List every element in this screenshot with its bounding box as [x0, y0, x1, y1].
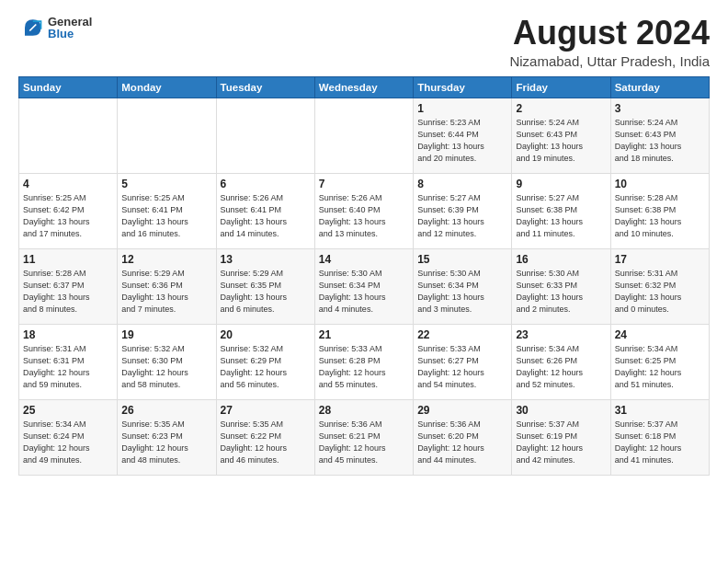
- day-info: Sunrise: 5:36 AM Sunset: 6:20 PM Dayligh…: [417, 419, 507, 466]
- day-cell: 13Sunrise: 5:29 AM Sunset: 6:35 PM Dayli…: [216, 248, 314, 324]
- day-cell: 19Sunrise: 5:32 AM Sunset: 6:30 PM Dayli…: [118, 324, 216, 399]
- day-number: 8: [417, 178, 507, 190]
- day-number: 6: [221, 178, 311, 190]
- logo-text: General Blue: [48, 16, 92, 40]
- day-info: Sunrise: 5:26 AM Sunset: 6:40 PM Dayligh…: [319, 192, 409, 240]
- day-info: Sunrise: 5:32 AM Sunset: 6:30 PM Dayligh…: [121, 343, 211, 391]
- day-number: 4: [23, 178, 113, 190]
- day-cell: [118, 98, 216, 173]
- subtitle: Nizamabad, Uttar Pradesh, India: [509, 53, 710, 69]
- day-info: Sunrise: 5:33 AM Sunset: 6:28 PM Dayligh…: [319, 343, 409, 391]
- day-number: 24: [615, 328, 705, 341]
- day-number: 1: [417, 102, 507, 115]
- day-info: Sunrise: 5:24 AM Sunset: 6:43 PM Dayligh…: [615, 117, 705, 165]
- day-cell: 24Sunrise: 5:34 AM Sunset: 6:25 PM Dayli…: [610, 324, 709, 399]
- day-info: Sunrise: 5:32 AM Sunset: 6:29 PM Dayligh…: [221, 343, 311, 391]
- day-number: 11: [23, 253, 113, 266]
- day-cell: 31Sunrise: 5:37 AM Sunset: 6:18 PM Dayli…: [610, 399, 709, 475]
- day-number: 18: [23, 328, 113, 341]
- day-cell: 16Sunrise: 5:30 AM Sunset: 6:33 PM Dayli…: [512, 248, 610, 324]
- day-number: 27: [221, 404, 311, 417]
- day-info: Sunrise: 5:37 AM Sunset: 6:19 PM Dayligh…: [516, 419, 606, 466]
- day-number: 29: [417, 404, 507, 417]
- day-info: Sunrise: 5:30 AM Sunset: 6:34 PM Dayligh…: [417, 268, 507, 316]
- day-cell: 27Sunrise: 5:35 AM Sunset: 6:22 PM Dayli…: [216, 399, 314, 475]
- day-cell: 4Sunrise: 5:25 AM Sunset: 6:42 PM Daylig…: [19, 173, 118, 248]
- day-number: 7: [319, 178, 409, 190]
- day-info: Sunrise: 5:37 AM Sunset: 6:18 PM Dayligh…: [615, 419, 705, 466]
- day-info: Sunrise: 5:28 AM Sunset: 6:37 PM Dayligh…: [23, 268, 113, 316]
- week-row-3: 11Sunrise: 5:28 AM Sunset: 6:37 PM Dayli…: [19, 248, 710, 324]
- calendar-table: SundayMondayTuesdayWednesdayThursdayFrid…: [18, 76, 710, 476]
- day-header-tuesday: Tuesday: [216, 76, 314, 98]
- day-cell: [216, 98, 314, 173]
- day-cell: 14Sunrise: 5:30 AM Sunset: 6:34 PM Dayli…: [314, 248, 413, 324]
- day-info: Sunrise: 5:28 AM Sunset: 6:38 PM Dayligh…: [615, 192, 705, 240]
- day-info: Sunrise: 5:33 AM Sunset: 6:27 PM Dayligh…: [417, 343, 507, 391]
- day-number: 9: [516, 178, 606, 190]
- day-info: Sunrise: 5:24 AM Sunset: 6:43 PM Dayligh…: [516, 117, 606, 165]
- day-cell: 5Sunrise: 5:25 AM Sunset: 6:41 PM Daylig…: [118, 173, 216, 248]
- day-cell: 20Sunrise: 5:32 AM Sunset: 6:29 PM Dayli…: [216, 324, 314, 399]
- day-cell: 1Sunrise: 5:23 AM Sunset: 6:44 PM Daylig…: [414, 98, 512, 173]
- day-cell: 30Sunrise: 5:37 AM Sunset: 6:19 PM Dayli…: [512, 399, 610, 475]
- day-info: Sunrise: 5:34 AM Sunset: 6:25 PM Dayligh…: [615, 343, 705, 391]
- day-cell: 22Sunrise: 5:33 AM Sunset: 6:27 PM Dayli…: [414, 324, 512, 399]
- day-info: Sunrise: 5:31 AM Sunset: 6:32 PM Dayligh…: [615, 268, 705, 316]
- day-number: 21: [319, 328, 409, 341]
- day-number: 10: [615, 178, 705, 190]
- day-header-friday: Friday: [512, 76, 610, 98]
- day-info: Sunrise: 5:23 AM Sunset: 6:44 PM Dayligh…: [417, 117, 507, 165]
- day-info: Sunrise: 5:25 AM Sunset: 6:42 PM Dayligh…: [23, 192, 113, 240]
- week-row-1: 1Sunrise: 5:23 AM Sunset: 6:44 PM Daylig…: [19, 98, 710, 173]
- day-cell: 23Sunrise: 5:34 AM Sunset: 6:26 PM Dayli…: [512, 324, 610, 399]
- day-number: 5: [121, 178, 211, 190]
- day-number: 23: [516, 328, 606, 341]
- week-row-4: 18Sunrise: 5:31 AM Sunset: 6:31 PM Dayli…: [19, 324, 710, 399]
- day-cell: 26Sunrise: 5:35 AM Sunset: 6:23 PM Dayli…: [118, 399, 216, 475]
- day-cell: 29Sunrise: 5:36 AM Sunset: 6:20 PM Dayli…: [414, 399, 512, 475]
- day-cell: 25Sunrise: 5:34 AM Sunset: 6:24 PM Dayli…: [19, 399, 118, 475]
- day-info: Sunrise: 5:30 AM Sunset: 6:34 PM Dayligh…: [319, 268, 409, 316]
- logo: General Blue: [18, 15, 92, 40]
- day-cell: 3Sunrise: 5:24 AM Sunset: 6:43 PM Daylig…: [610, 98, 709, 173]
- header: General Blue August 2024 Nizamabad, Utta…: [18, 15, 710, 69]
- day-number: 14: [319, 253, 409, 266]
- day-cell: [314, 98, 413, 173]
- day-number: 15: [417, 253, 507, 266]
- day-cell: 6Sunrise: 5:26 AM Sunset: 6:41 PM Daylig…: [216, 173, 314, 248]
- day-info: Sunrise: 5:36 AM Sunset: 6:21 PM Dayligh…: [319, 419, 409, 466]
- main-title: August 2024: [509, 15, 710, 52]
- day-cell: 8Sunrise: 5:27 AM Sunset: 6:39 PM Daylig…: [414, 173, 512, 248]
- day-cell: 18Sunrise: 5:31 AM Sunset: 6:31 PM Dayli…: [19, 324, 118, 399]
- calendar-page: General Blue August 2024 Nizamabad, Utta…: [0, 0, 728, 563]
- day-info: Sunrise: 5:29 AM Sunset: 6:36 PM Dayligh…: [121, 268, 211, 316]
- day-number: 12: [121, 253, 211, 266]
- day-info: Sunrise: 5:35 AM Sunset: 6:23 PM Dayligh…: [121, 419, 211, 466]
- day-cell: 28Sunrise: 5:36 AM Sunset: 6:21 PM Dayli…: [314, 399, 413, 475]
- day-header-thursday: Thursday: [414, 76, 512, 98]
- day-header-monday: Monday: [118, 76, 216, 98]
- header-row: SundayMondayTuesdayWednesdayThursdayFrid…: [19, 76, 710, 98]
- title-block: August 2024 Nizamabad, Uttar Pradesh, In…: [509, 15, 710, 69]
- day-info: Sunrise: 5:29 AM Sunset: 6:35 PM Dayligh…: [221, 268, 311, 316]
- day-info: Sunrise: 5:31 AM Sunset: 6:31 PM Dayligh…: [23, 343, 113, 391]
- day-header-sunday: Sunday: [19, 76, 118, 98]
- day-number: 25: [23, 404, 113, 417]
- day-header-wednesday: Wednesday: [314, 76, 413, 98]
- logo-blue: Blue: [48, 28, 92, 40]
- day-number: 3: [615, 102, 705, 115]
- day-number: 26: [121, 404, 211, 417]
- day-cell: [19, 98, 118, 173]
- day-number: 2: [516, 102, 606, 115]
- day-number: 22: [417, 328, 507, 341]
- day-info: Sunrise: 5:27 AM Sunset: 6:39 PM Dayligh…: [417, 192, 507, 240]
- day-number: 13: [221, 253, 311, 266]
- day-cell: 12Sunrise: 5:29 AM Sunset: 6:36 PM Dayli…: [118, 248, 216, 324]
- logo-icon: [18, 15, 44, 40]
- day-cell: 11Sunrise: 5:28 AM Sunset: 6:37 PM Dayli…: [19, 248, 118, 324]
- day-number: 20: [221, 328, 311, 341]
- day-header-saturday: Saturday: [610, 76, 709, 98]
- day-info: Sunrise: 5:30 AM Sunset: 6:33 PM Dayligh…: [516, 268, 606, 316]
- day-cell: 21Sunrise: 5:33 AM Sunset: 6:28 PM Dayli…: [314, 324, 413, 399]
